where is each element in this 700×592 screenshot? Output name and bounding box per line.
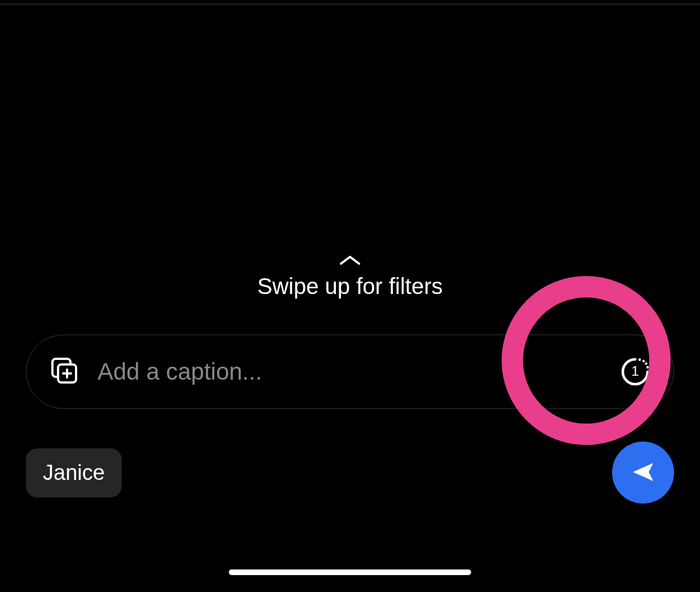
filters-hint-label: Swipe up for filters — [257, 274, 442, 299]
view-once-count: 1 — [631, 363, 639, 379]
caption-input[interactable] — [98, 358, 619, 385]
recipient-name: Janice — [43, 461, 105, 484]
send-button[interactable] — [612, 442, 674, 504]
svg-point-3 — [645, 362, 647, 364]
view-once-icon[interactable]: 1 — [619, 356, 651, 388]
send-icon — [628, 457, 658, 488]
home-indicator — [229, 569, 471, 575]
svg-point-5 — [639, 358, 641, 360]
svg-point-2 — [646, 366, 649, 368]
chevron-up-icon — [339, 253, 361, 269]
add-media-icon[interactable] — [49, 355, 79, 388]
caption-bar: 1 — [26, 335, 674, 409]
filters-hint[interactable]: Swipe up for filters — [0, 253, 700, 299]
svg-point-4 — [643, 360, 645, 362]
bottom-row: Janice — [26, 442, 674, 504]
recipient-chip[interactable]: Janice — [26, 448, 122, 497]
top-divider — [0, 3, 700, 5]
